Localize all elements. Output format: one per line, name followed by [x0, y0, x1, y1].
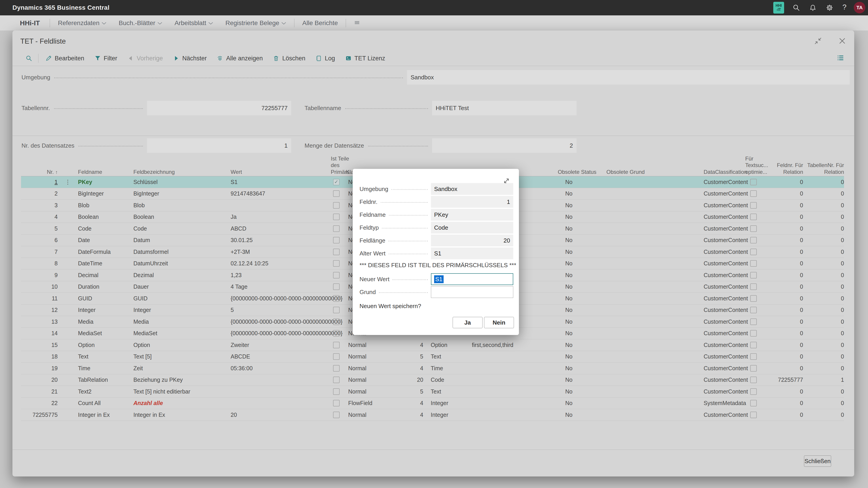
text-search-checkbox[interactable] [750, 260, 757, 267]
primary-key-checkbox[interactable] [333, 307, 340, 313]
row-nr[interactable]: 18 [51, 353, 58, 360]
restore-window-icon[interactable] [814, 37, 822, 45]
toolbar-search-icon[interactable] [26, 55, 32, 62]
row-nr[interactable]: 19 [51, 365, 58, 371]
primary-key-checkbox[interactable] [333, 225, 340, 232]
text-search-checkbox[interactable] [750, 214, 757, 220]
toolbar-alle-anzeigen[interactable]: Alle anzeigen [217, 55, 263, 62]
help-icon[interactable]: ? [842, 3, 846, 11]
text-search-checkbox[interactable] [750, 353, 757, 360]
text-search-checkbox[interactable] [750, 179, 757, 185]
text-search-checkbox[interactable] [750, 388, 757, 395]
text-search-checkbox[interactable] [750, 225, 757, 232]
row-nr[interactable]: 8 [55, 260, 58, 266]
row-nr[interactable]: 22 [51, 400, 58, 406]
row-nr[interactable]: 20 [51, 377, 58, 383]
toolbar-löschen[interactable]: Löschen [273, 55, 305, 62]
nav-item-alle-berichte[interactable]: Alle Berichte [302, 20, 338, 27]
nav-menu-registrierte-belege[interactable]: Registrierte Belege [225, 20, 286, 27]
toolbar-log[interactable]: Log [315, 55, 335, 62]
primary-key-checkbox[interactable] [333, 284, 340, 290]
primary-key-checkbox[interactable] [333, 319, 340, 325]
nav-menu-arbeitsblatt[interactable]: Arbeitsblatt [175, 20, 213, 27]
primary-key-checkbox[interactable] [333, 330, 340, 336]
no-button[interactable]: Nein [484, 317, 514, 328]
row-nr[interactable]: 72255775 [33, 412, 58, 418]
primary-key-checkbox[interactable] [333, 353, 340, 360]
row-nr[interactable]: 21 [51, 388, 58, 395]
col-header-dataclassification[interactable]: DataClassification [704, 169, 744, 177]
row-nr[interactable]: 3 [55, 202, 58, 208]
text-search-checkbox[interactable] [750, 284, 757, 290]
row-nr[interactable]: 7 [55, 249, 58, 255]
table-row[interactable]: 20TabRelationBeziehung zu PKeyNormal20Co… [21, 374, 844, 386]
close-window-icon[interactable] [838, 37, 846, 45]
row-nr[interactable]: 14 [51, 330, 58, 336]
nav-menu-referenzdaten[interactable]: Referenzdaten [58, 20, 106, 27]
primary-key-checkbox[interactable] [333, 190, 340, 197]
table-row[interactable]: 18TextText [5]ABCDENormal5TextNoCustomer… [21, 351, 844, 363]
grund-input[interactable] [431, 286, 513, 298]
col-header-obsolete_grund[interactable]: Obsolete Grund [607, 169, 704, 177]
col-header-tabellennr_rel[interactable]: TabellenNr. FürRelation [803, 162, 844, 177]
table-row[interactable]: 19TimeZeit05:36:00Normal4TimeNoCustomerC… [21, 363, 844, 374]
text-search-checkbox[interactable] [750, 190, 757, 197]
text-search-checkbox[interactable] [750, 400, 757, 406]
col-header-obsolete_status[interactable]: Obsolete Status [558, 169, 607, 177]
row-nr[interactable]: 5 [55, 225, 58, 232]
row-nr[interactable]: 9 [55, 272, 58, 278]
primary-key-checkbox[interactable] [333, 237, 340, 243]
table-row[interactable]: 15OptionOptionZweiterNormal4Optionfirst,… [21, 339, 844, 351]
nav-menu-buch-blätter[interactable]: Buch.-Blätter [119, 20, 162, 27]
toolbar-filter[interactable]: Filter [94, 55, 117, 62]
row-nr[interactable]: 13 [51, 319, 58, 325]
nav-more-icon[interactable] [353, 19, 361, 27]
close-button[interactable]: Schließen [804, 455, 831, 467]
notifications-bell-icon[interactable] [809, 4, 817, 11]
toolbar-tet-lizenz[interactable]: TET Lizenz [345, 55, 385, 62]
primary-key-checkbox[interactable] [333, 377, 340, 383]
row-nr[interactable]: 1 [55, 179, 58, 185]
row-nr[interactable]: 11 [52, 295, 58, 301]
text-search-checkbox[interactable] [750, 319, 757, 325]
row-nr[interactable]: 6 [55, 237, 58, 243]
table-row[interactable]: 22Count AllAnzahl alleFlowField4IntegerN… [21, 398, 844, 409]
primary-key-checkbox[interactable] [333, 202, 340, 208]
view-options-icon[interactable] [837, 54, 844, 62]
nav-home[interactable]: HHi-IT [20, 19, 40, 27]
primary-key-checkbox[interactable] [333, 249, 340, 255]
table-row[interactable]: 21Text2Text [5] nicht editierbarNormal5T… [21, 386, 844, 398]
text-search-checkbox[interactable] [750, 307, 757, 313]
primary-key-checkbox[interactable] [333, 295, 340, 302]
text-search-checkbox[interactable] [750, 202, 757, 208]
row-nr[interactable]: 4 [55, 214, 58, 220]
settings-gear-icon[interactable] [826, 4, 833, 11]
row-nr[interactable]: 12 [51, 307, 58, 313]
text-search-checkbox[interactable] [750, 412, 757, 418]
col-header-wert[interactable]: Wert [230, 169, 327, 177]
text-search-checkbox[interactable] [750, 377, 757, 383]
primary-key-checkbox[interactable] [333, 214, 340, 220]
col-header-feldnr_rel[interactable]: Feldnr. FürRelation [763, 162, 803, 177]
search-icon[interactable] [793, 4, 800, 11]
toolbar-nächster[interactable]: Nächster [173, 55, 207, 62]
col-header-nr[interactable]: Nr. ↑ [21, 169, 58, 177]
text-search-checkbox[interactable] [750, 272, 757, 279]
row-menu-icon[interactable]: ⋮ [65, 178, 71, 185]
primary-key-checkbox[interactable] [333, 342, 340, 348]
table-row[interactable]: 72255775Integer in ExInteger in Ex20Norm… [21, 409, 844, 421]
primary-key-checkbox[interactable] [333, 260, 340, 267]
col-header-feldbezeichnung[interactable]: Feldbezeichnung [133, 169, 230, 177]
col-header-feldname[interactable]: Feldname [78, 169, 133, 177]
text-search-checkbox[interactable] [750, 249, 757, 255]
text-search-checkbox[interactable] [750, 330, 757, 336]
text-search-checkbox[interactable] [750, 295, 757, 302]
text-search-checkbox[interactable] [750, 342, 757, 348]
row-nr[interactable]: 15 [51, 342, 58, 348]
primary-key-checkbox[interactable]: ✓ [333, 179, 340, 185]
row-nr[interactable]: 10 [51, 284, 58, 290]
text-search-checkbox[interactable] [750, 237, 757, 243]
avatar[interactable]: TA [854, 2, 865, 13]
col-header-pk[interactable]: Ist TeiledesPrimärs... [327, 155, 346, 177]
text-search-checkbox[interactable] [750, 365, 757, 371]
